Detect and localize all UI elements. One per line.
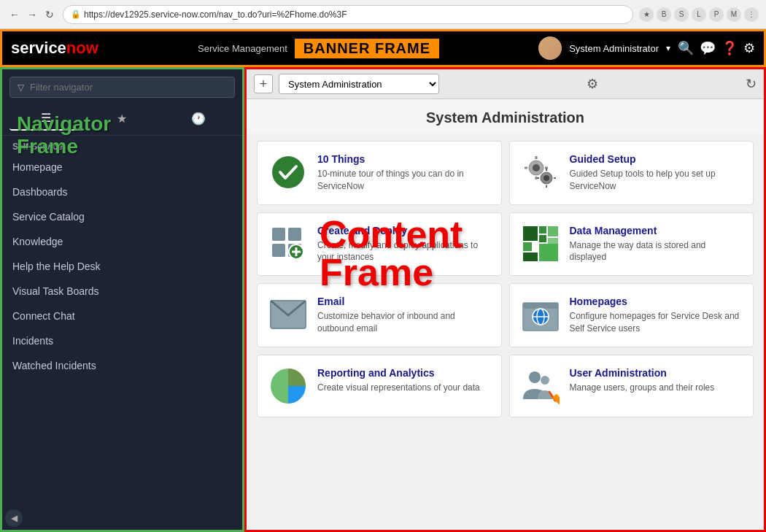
ext-icon-4[interactable]: P [709, 7, 724, 22]
nav-item-help-desk[interactable]: Help the Help Desk [2, 254, 242, 279]
gear-settings-icon[interactable]: ⚙ [587, 76, 598, 92]
navigator-frame: ▽ ☰ ★ 🕐 Self-Service Homepage Dashboards… [0, 67, 244, 532]
browser-nav-buttons: ← → ↻ [7, 7, 57, 22]
nav-item-incidents[interactable]: Incidents [2, 328, 242, 353]
svg-rect-24 [539, 235, 546, 242]
svg-point-36 [541, 376, 549, 385]
nav-item-connect-chat[interactable]: Connect Chat [2, 304, 242, 328]
filter-icon: ▽ [18, 82, 24, 93]
card-homepages-title: Homepages [570, 296, 742, 307]
card-email-title: Email [317, 296, 490, 307]
card-user-admin-title: User Administration [570, 367, 715, 379]
nav-tab-history[interactable]: 🕐 [162, 107, 235, 131]
svg-point-0 [272, 156, 304, 188]
card-guided-setup-text: Guided Setup Guided Setup tools to help … [570, 153, 742, 193]
nav-item-service-catalog[interactable]: Service Catalog [2, 204, 242, 229]
filter-input-wrap: ▽ [9, 77, 235, 98]
svg-rect-23 [523, 242, 532, 251]
filter-bar: ▽ [2, 69, 242, 102]
svg-rect-30 [523, 303, 558, 309]
add-tab-button[interactable]: + [254, 74, 273, 93]
card-homepages-desc: Configure homepages for Service Desk and… [570, 310, 742, 335]
card-data-management-title: Data Management [570, 225, 742, 236]
card-10-things-text: 10 Things 10-minute tour of things you c… [317, 153, 490, 193]
svg-point-35 [529, 371, 541, 383]
servicenow-logo: servicenow [11, 39, 98, 58]
svg-rect-22 [548, 226, 558, 236]
card-user-admin-text: User Administration Manage users, groups… [570, 367, 715, 394]
user-dropdown-arrow[interactable]: ▾ [666, 43, 670, 53]
card-email-icon [269, 296, 307, 334]
content-toolbar: + System Administration ⚙ ↻ [247, 69, 764, 99]
settings-icon[interactable]: ⚙ [743, 40, 755, 56]
svg-rect-20 [523, 226, 538, 241]
svg-rect-15 [272, 244, 285, 257]
lock-icon: 🔒 [71, 9, 81, 19]
main-layout: ▽ ☰ ★ 🕐 Self-Service Homepage Dashboards… [0, 67, 766, 532]
card-data-management-icon [522, 225, 560, 263]
bookmark-icon[interactable]: ★ [639, 7, 654, 22]
card-homepages-text: Homepages Configure homepages for Servic… [570, 296, 742, 335]
ext-icon-2[interactable]: S [674, 7, 689, 22]
card-data-management[interactable]: Data Management Manage the way data is s… [509, 212, 754, 277]
content-frame-label: ContentFrame [320, 215, 463, 291]
card-guided-setup-icon [522, 153, 560, 191]
logo-now-text: now [66, 39, 98, 58]
card-10-things[interactable]: 10 Things 10-minute tour of things you c… [257, 141, 502, 205]
card-10-things-icon [269, 153, 307, 191]
help-icon[interactable]: ❓ [721, 40, 738, 56]
user-area: System Administrator ▾ 🔍 💬 ❓ ⚙ [538, 36, 755, 60]
browser-extension-icons: ★ B S L P M ⋮ [639, 7, 759, 22]
ext-icon-3[interactable]: L [692, 7, 706, 22]
collapse-navigator-button[interactable]: ◀ [5, 509, 23, 527]
refresh-content-icon[interactable]: ↻ [746, 76, 757, 92]
card-homepages[interactable]: Homepages Configure homepages for Servic… [509, 283, 754, 347]
logo-service-text: service [11, 39, 66, 58]
svg-rect-26 [523, 252, 538, 261]
servicenow-banner: servicenow Service Management BANNER FRA… [0, 29, 766, 67]
browser-chrome: ← → ↻ 🔒 https://dev12925.service-now.com… [0, 0, 766, 29]
ext-icon-5[interactable]: M [727, 7, 741, 22]
svg-rect-21 [539, 226, 546, 234]
nav-item-homepage[interactable]: Homepage [2, 155, 242, 180]
forward-button[interactable]: → [25, 7, 39, 22]
banner-action-icons: 🔍 💬 ❓ ⚙ [678, 40, 755, 56]
back-button[interactable]: ← [7, 7, 22, 22]
svg-rect-27 [539, 244, 558, 261]
application-dropdown[interactable]: System Administration [279, 74, 439, 94]
card-homepages-icon [522, 296, 560, 334]
banner-frame-label: BANNER FRAME [295, 39, 439, 58]
card-email-desc: Customize behavior of inbound and outbou… [317, 310, 490, 335]
navigator-frame-label: NavigatorFrame [17, 113, 111, 158]
card-reporting[interactable]: Reporting and Analytics Create visual re… [257, 355, 502, 417]
nav-item-watched-incidents[interactable]: Watched Incidents [2, 353, 242, 378]
card-data-management-text: Data Management Manage the way data is s… [570, 225, 742, 264]
ext-icon-1[interactable]: B [657, 7, 671, 22]
content-page-title: System Administration [247, 99, 764, 134]
refresh-button[interactable]: ↻ [42, 7, 57, 22]
chat-icon[interactable]: 💬 [700, 40, 716, 56]
user-avatar [538, 36, 562, 60]
card-email-text: Email Customize behavior of inbound and … [317, 296, 490, 335]
card-reporting-desc: Create visual representations of your da… [317, 382, 480, 394]
card-user-admin[interactable]: User Administration Manage users, groups… [509, 355, 754, 417]
card-data-management-desc: Manage the way data is stored and displa… [570, 239, 742, 264]
nav-item-visual-task-boards[interactable]: Visual Task Boards [2, 279, 242, 304]
card-user-admin-icon [522, 367, 560, 405]
card-guided-setup[interactable]: Guided Setup Guided Setup tools to help … [509, 141, 754, 205]
banner-frame-area: Service Management BANNER FRAME [98, 39, 538, 58]
card-guided-setup-desc: Guided Setup tools to help you set up Se… [570, 168, 742, 193]
user-name-text: System Administrator [569, 43, 659, 54]
card-reporting-title: Reporting and Analytics [317, 367, 480, 379]
card-10-things-title: 10 Things [317, 153, 490, 165]
svg-point-2 [533, 164, 540, 171]
nav-item-dashboards[interactable]: Dashboards [2, 180, 242, 204]
card-reporting-icon [269, 367, 307, 405]
card-guided-setup-title: Guided Setup [570, 153, 742, 165]
search-icon[interactable]: 🔍 [678, 40, 694, 56]
address-bar[interactable]: 🔒 https://dev12925.service-now.com/nav_t… [63, 5, 633, 24]
filter-navigator-input[interactable] [30, 82, 227, 93]
nav-item-knowledge[interactable]: Knowledge [2, 229, 242, 254]
url-text: https://dev12925.service-now.com/nav_to.… [84, 9, 347, 20]
menu-icon[interactable]: ⋮ [744, 7, 759, 22]
